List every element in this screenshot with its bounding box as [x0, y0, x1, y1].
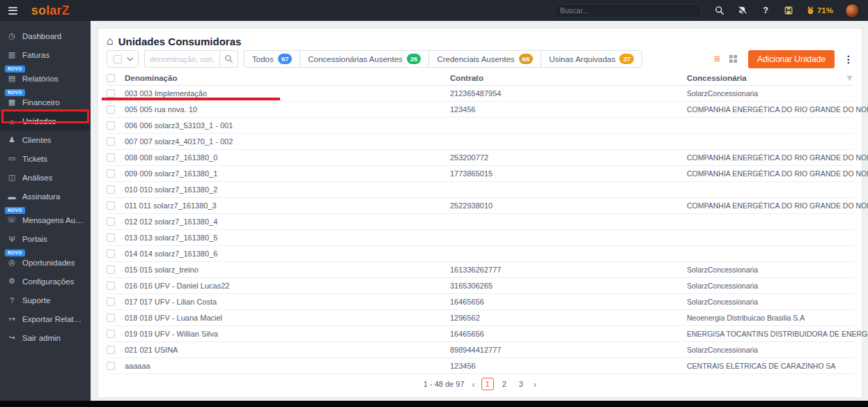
sidebar-item[interactable]: NOVO ☏ Mensagens Automát... [0, 210, 91, 229]
portals-icon: Ψ [7, 235, 17, 243]
table-row[interactable]: 010 010 solarz7_161380_2 [107, 182, 853, 198]
table-row[interactable]: aaaaaa 123456 CENTRAIS ELÉTRICAS DE CARA… [107, 358, 853, 374]
table-row[interactable]: 018 018 UFV - Luana Maciel 1296562 Neoen… [107, 310, 853, 326]
table-search-input[interactable] [144, 50, 219, 68]
row-checkbox[interactable] [107, 249, 115, 258]
sidebar-item[interactable]: NOVO ◷ Dashboard [0, 26, 91, 45]
header-checkbox[interactable] [107, 74, 115, 82]
table-row[interactable]: 021 021 USINA 898944412777 SolarzConcess… [107, 342, 853, 358]
filter-funnel-icon[interactable] [846, 75, 853, 82]
page-title: ⌂ Unidades Consumidoras [107, 34, 853, 48]
help-icon[interactable]: ? [760, 5, 771, 16]
row-checkbox[interactable] [107, 217, 115, 226]
filter-count-badge: 26 [407, 54, 421, 64]
row-checkbox[interactable] [107, 169, 115, 178]
table-row[interactable]: 014 014 solarz7_161380_6 [107, 246, 853, 262]
sidebar-item[interactable]: NOVO ♟ Clientes [0, 130, 91, 149]
sidebar-item[interactable]: NOVO ▬ Assinatura [0, 187, 91, 206]
notifications-muted-bell-icon[interactable] [737, 5, 748, 16]
grid-view-icon[interactable] [729, 55, 737, 63]
sidebar-item[interactable]: NOVO ◎ Oportunidades [0, 253, 91, 272]
cell-contrato: 2522938010 [450, 201, 687, 210]
filter-tab[interactable]: Usinas Arquivadas 37 [541, 50, 642, 68]
pagination-page[interactable]: 2 [498, 378, 511, 390]
add-unit-button[interactable]: Adicionar Unidade [748, 50, 835, 68]
sidebar-item[interactable]: NOVO Ψ Portais [0, 229, 91, 248]
row-checkbox[interactable] [107, 121, 115, 130]
sidebar-nav: NOVO ◷ Dashboard NOVO ▥ Faturas NOVO ▤ R… [0, 21, 91, 401]
sidebar-item-label: Assinatura [22, 192, 60, 201]
row-checkbox[interactable] [107, 105, 115, 114]
select-all-checkbox[interactable] [114, 55, 122, 63]
save-disk-icon[interactable] [783, 5, 794, 16]
filter-tab[interactable]: Concessionárias Ausentes 26 [300, 50, 429, 68]
row-checkbox[interactable] [107, 330, 115, 338]
row-checkbox[interactable] [107, 282, 115, 290]
table-row[interactable]: 013 013 solarz7_161380_5 [107, 230, 853, 246]
sidebar-item-label: Dashboard [22, 32, 61, 40]
list-view-icon[interactable]: ≡ [714, 54, 720, 65]
row-checkbox[interactable] [107, 314, 115, 322]
row-checkbox[interactable] [107, 89, 115, 98]
cell-contrato: 253200772 [450, 153, 687, 162]
sidebar-item[interactable]: NOVO ↪ Sair admin [0, 328, 91, 347]
pagination-page[interactable]: 3 [515, 378, 527, 390]
row-checkbox[interactable] [107, 153, 115, 162]
cell-concessionaria: SolarzConcessionaria [687, 298, 853, 306]
sidebar-item[interactable]: NOVO ▥ Faturas [0, 45, 91, 64]
sidebar-item[interactable]: NOVO ↦ Exportar Relatórios [0, 309, 91, 328]
sidebar-item[interactable]: NOVO ▤ Relatórios [0, 69, 91, 88]
search-icon[interactable] [714, 5, 725, 16]
cell-concessionaria: COMPANHIA ENERGÉTICA DO RIO GRANDE DO NO… [687, 201, 853, 210]
table-row[interactable]: 017 017 UFV - Lilian Costa 16465656 Sola… [107, 294, 853, 310]
pagination-page[interactable]: 1 [481, 378, 494, 390]
table-row[interactable]: 008 008 solarz7_161380_0 253200772 COMPA… [107, 150, 853, 166]
row-checkbox[interactable] [107, 137, 115, 146]
table-row[interactable]: 003 003 Implementação 212365487954 Solar… [107, 86, 853, 102]
sidebar-item[interactable]: NOVO ◫ Análises [0, 168, 91, 187]
table-row[interactable]: 006 006 solarz3_53103_1 - 001 [107, 118, 853, 134]
kebab-menu-icon[interactable]: ⋮ [844, 54, 853, 65]
user-avatar[interactable] [845, 3, 860, 18]
row-checkbox[interactable] [107, 185, 115, 194]
toolbar: Todos 97 Concessionárias Ausentes 26 Cre… [107, 50, 853, 68]
table-row[interactable]: 015 015 solarz_treino 161336262777 Solar… [107, 262, 853, 278]
sidebar-item-label: Análises [22, 174, 52, 182]
global-search-input[interactable] [554, 4, 702, 17]
table-row[interactable]: 019 019 UFV - Willian Silva 16465656 ENE… [107, 326, 853, 342]
menu-hamburger-icon[interactable] [8, 7, 17, 15]
table-row[interactable]: 007 007 solarz4_40170_1 - 002 [107, 134, 853, 150]
row-checkbox[interactable] [107, 201, 115, 210]
row-checkbox[interactable] [107, 362, 115, 370]
pagination-range: 1 - 48 de 97 [424, 380, 465, 388]
table-row[interactable]: 012 012 solarz7_161380_4 [107, 214, 853, 230]
table-row[interactable]: 009 009 solarz7_161380_1 1773865015 COMP… [107, 166, 853, 182]
select-all-control[interactable] [107, 50, 139, 68]
table-row[interactable]: 016 016 UFV - Daniel Lucas22 3165306265 … [107, 278, 853, 294]
row-checkbox[interactable] [107, 266, 115, 274]
cell-concessionaria: SolarzConcessionaria [687, 266, 853, 274]
pagination: 1 - 48 de 97 ‹ 1 2 3 › [107, 378, 853, 390]
sidebar-item-label: Suporte [22, 296, 50, 305]
table-row[interactable]: 011 011 solarz7_161380_3 2522938010 COMP… [107, 198, 853, 214]
filter-tab[interactable]: Credenciais Ausentes 66 [428, 50, 541, 68]
sidebar-item[interactable]: NOVO ▭ Tickets [0, 149, 91, 168]
gamification-score[interactable]: 71% [806, 6, 833, 15]
pagination-next-icon[interactable]: › [534, 380, 536, 389]
table-search-button[interactable] [219, 50, 238, 68]
row-checkbox[interactable] [107, 298, 115, 306]
column-contrato: Contrato [450, 74, 687, 82]
topbar: solarZ ? 71% [0, 0, 868, 21]
row-checkbox[interactable] [107, 346, 115, 354]
pagination-prev-icon[interactable]: ‹ [472, 380, 475, 389]
sidebar-item-label: Configurações [22, 277, 74, 286]
row-checkbox[interactable] [107, 233, 115, 242]
cell-denominacao: 008 008 solarz7_161380_0 [125, 153, 450, 162]
sidebar-item[interactable]: NOVO ⚙ Configurações [0, 272, 91, 291]
sidebar-item[interactable]: NOVO ? Suporte [0, 291, 91, 309]
table-row[interactable]: 005 005 rua nova. 10 123456 COMPANHIA EN… [107, 102, 853, 118]
app-logo[interactable]: solarZ [31, 3, 70, 18]
sidebar-item[interactable]: NOVO ▦ Financeiro [0, 93, 91, 112]
filter-tab[interactable]: Todos 97 [244, 50, 300, 68]
sidebar-item[interactable]: NOVO ⌂ Unidades [0, 112, 91, 130]
